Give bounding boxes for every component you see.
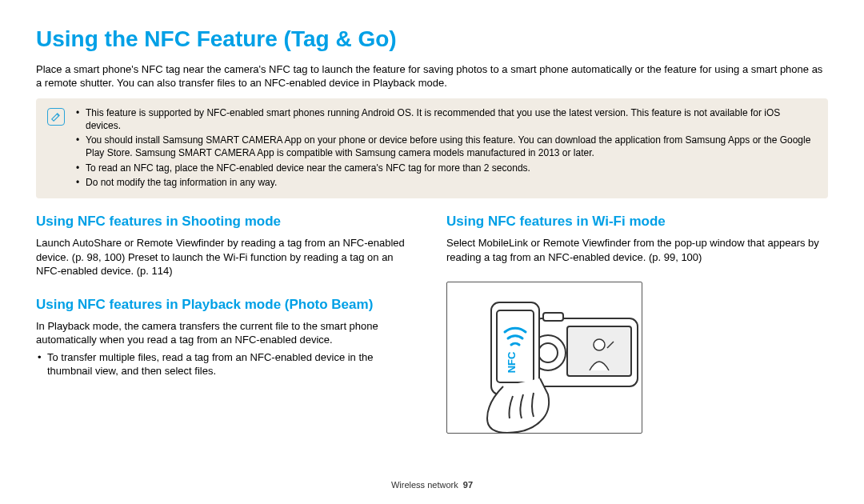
heading-playback: Using NFC features in Playback mode (Pho… <box>36 296 418 314</box>
playback-bullets: To transfer multiple files, read a tag f… <box>36 350 418 378</box>
heading-shooting: Using NFC features in Shooting mode <box>36 213 418 231</box>
note-list: This feature is supported by NFC-enabled… <box>76 106 817 190</box>
note-item: To read an NFC tag, place the NFC-enable… <box>76 162 817 174</box>
section-shooting: Using NFC features in Shooting mode Laun… <box>36 213 418 278</box>
nfc-label: NFC <box>506 351 518 373</box>
body-playback: In Playback mode, the camera transfers t… <box>36 319 418 347</box>
svg-point-3 <box>538 343 558 362</box>
intro-paragraph: Place a smart phone's NFC tag near the c… <box>36 62 828 90</box>
right-column: Using NFC features in Wi-Fi mode Select … <box>446 213 828 434</box>
body-shooting: Launch AutoShare or Remote Viewfinder by… <box>36 236 418 278</box>
playback-bullet: To transfer multiple files, read a tag f… <box>36 350 418 378</box>
section-wifi: Using NFC features in Wi-Fi mode Select … <box>446 213 828 264</box>
svg-point-5 <box>594 339 605 350</box>
body-wifi: Select MobileLink or Remote Viewfinder f… <box>446 236 828 264</box>
footer: Wireless network 97 <box>0 479 864 491</box>
content-columns: Using NFC features in Shooting mode Laun… <box>36 213 828 434</box>
note-box: This feature is supported by NFC-enabled… <box>36 98 828 198</box>
nfc-illustration: NFC <box>446 282 642 434</box>
heading-wifi: Using NFC features in Wi-Fi mode <box>446 213 828 231</box>
pencil-note-icon <box>47 108 65 126</box>
section-playback: Using NFC features in Playback mode (Pho… <box>36 296 418 378</box>
page-title: Using the NFC Feature (Tag & Go) <box>36 24 828 54</box>
left-column: Using NFC features in Shooting mode Laun… <box>36 213 418 434</box>
page-number: 97 <box>463 480 473 490</box>
footer-section: Wireless network <box>391 480 458 490</box>
note-item: Do not modify the tag information in any… <box>76 176 817 189</box>
svg-rect-4 <box>543 313 563 321</box>
note-icon <box>47 108 65 190</box>
note-item: You should install Samsung SMART CAMERA … <box>76 134 817 159</box>
note-item: This feature is supported by NFC-enabled… <box>76 106 817 132</box>
